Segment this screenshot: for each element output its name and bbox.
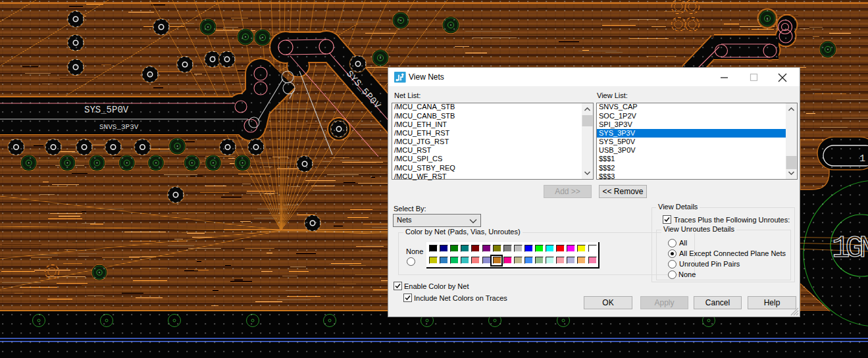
- svg-text:SNVS_3P3V: SNVS_3P3V: [99, 123, 139, 131]
- svg-text:SYS_5P0V: SYS_5P0V: [84, 105, 129, 115]
- svg-text:1GND: 1GND: [832, 232, 868, 266]
- svg-text:1: 1: [859, 153, 865, 165]
